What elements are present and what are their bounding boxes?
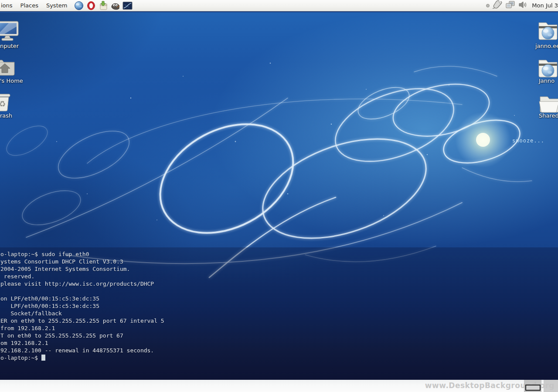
terminal-prompt-line: o-laptop:~$ [0, 354, 558, 362]
top-panel: ions Places System [0, 0, 558, 11]
terminal-line: 2004-2005 Internet Systems Consortium. [0, 265, 558, 273]
panel-clock[interactable]: Mon Jul 3 [530, 2, 558, 9]
globe-icon [74, 1, 84, 10]
menu-applications[interactable]: ions [0, 0, 17, 10]
desktop-icon-computer-label: nputer [0, 43, 19, 49]
desktop-icon-computer[interactable] [0, 20, 19, 43]
desktop-icon-trash-label: rash [0, 112, 12, 119]
speaker-icon [518, 0, 527, 10]
browser-globe-icon[interactable] [74, 0, 84, 10]
network-folder-icon [537, 58, 558, 79]
desktop-icon-home[interactable] [0, 57, 16, 78]
desktop-icon-shared-label: Shared [539, 112, 558, 119]
mouse-icon [492, 0, 503, 10]
opera-icon[interactable] [86, 0, 96, 10]
terminal-line: on LPF/eth0/00:15:c5:3e:dc:35 [0, 295, 558, 302]
watermark-outlined-rect [525, 385, 541, 391]
terminal-line: ystems Consortium DHCP Client V3.0.3 [0, 258, 558, 265]
footer-strip: www.DesktopBackground.org [0, 380, 558, 392]
network-tray-icon[interactable] [505, 0, 515, 11]
desktop-icon-trash[interactable]: ♻ [0, 92, 12, 114]
desktop-icon-home-label: 's Home [0, 78, 23, 84]
terminal-line: please visit http://www.isc.org/products… [0, 280, 558, 287]
package-installer-icon[interactable] [98, 0, 108, 10]
desktop-wallpaper-launcher-icon[interactable] [122, 0, 133, 10]
volume-tray-icon[interactable] [518, 0, 527, 11]
desktop-icon-janno-ee-label: janno.ee [535, 43, 558, 49]
system-tray: Mon Jul 3 [486, 0, 558, 11]
terminal-line: reserved. [0, 273, 558, 280]
terminal-line: T on eth0 to 255.255.255.255 port 67 [0, 332, 558, 339]
wallpaper-snooze-text: snooze... [512, 138, 544, 144]
desktop-icon-janno-label: Janno [539, 78, 555, 84]
home-folder-icon [0, 57, 16, 76]
terminal-line: from 192.168.2.1 [0, 324, 558, 332]
desktop-icon-janno-ee[interactable] [537, 20, 558, 43]
mouse-tray-icon[interactable] [492, 0, 503, 11]
network-folder-icon [537, 20, 558, 41]
menu-places[interactable]: Places [17, 0, 42, 10]
opera-o-icon [86, 1, 96, 10]
svg-text:♻: ♻ [0, 99, 6, 108]
terminal-line: ER on eth0 to 255.255.255.255 port 67 in… [0, 317, 558, 324]
desktop-icon-shared[interactable] [539, 94, 558, 115]
trash-icon: ♻ [0, 92, 12, 112]
terminal-line: om 192.168.2.1 [0, 339, 558, 347]
terminal-cursor [41, 355, 45, 361]
gimp-icon[interactable] [110, 0, 120, 10]
panel-launchers [74, 0, 133, 10]
watermark-overlay-box [544, 380, 558, 392]
menu-system[interactable]: System [42, 0, 71, 10]
package-icon [99, 1, 108, 10]
terminal-line: Socket/fallback [0, 310, 558, 317]
desktop: snooze... nputer 's Home ♻ rash [0, 11, 558, 380]
dual-monitors-icon [505, 0, 515, 10]
computer-icon [0, 20, 19, 41]
status-dot-icon [486, 4, 490, 7]
terminal-line [0, 287, 558, 295]
terminal-output: o-laptop:~$ sudo ifup eth0 ystems Consor… [0, 247, 558, 362]
folder-icon [539, 94, 558, 113]
terminal-line: 92.168.2.100 -- renewal in 448755371 sec… [0, 347, 558, 354]
gimp-wilber-icon [110, 1, 120, 10]
terminal-prompt: o-laptop:~$ [0, 355, 41, 361]
terminal-line: o-laptop:~$ sudo ifup eth0 [0, 250, 558, 258]
terminal-window[interactable]: o-laptop:~$ sudo ifup eth0 ystems Consor… [0, 247, 558, 380]
mini-desktop-icon [122, 1, 133, 10]
terminal-line: LPF/eth0/00:15:c5:3e:dc:35 [0, 302, 558, 310]
